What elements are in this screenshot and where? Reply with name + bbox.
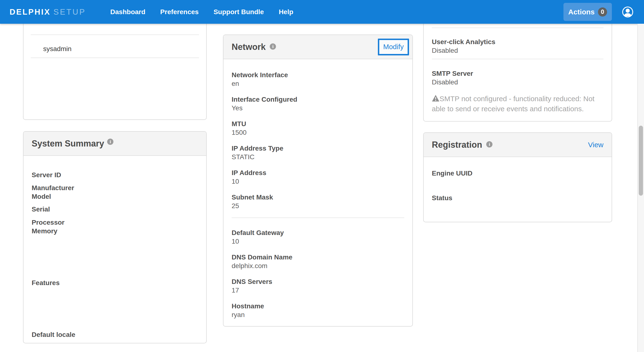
memory-label: Memory bbox=[32, 227, 198, 236]
network-field: Subnet Mask 25 bbox=[232, 193, 404, 210]
divider bbox=[432, 28, 604, 28]
network-field: DNS Domain Name delphix.com bbox=[232, 253, 404, 270]
field-label: IP Address Type bbox=[232, 144, 404, 153]
field-value: 10 bbox=[232, 237, 404, 246]
smtp-server-field: SMTP Server Disabled bbox=[432, 69, 604, 86]
registration-header: Registration i View bbox=[424, 133, 612, 157]
user-avatar-icon[interactable] bbox=[622, 6, 634, 18]
info-icon[interactable]: i bbox=[107, 138, 114, 145]
field-value: 17 bbox=[232, 286, 404, 295]
divider bbox=[31, 58, 199, 58]
smtp-warning-text: SMTP not configured - functionality redu… bbox=[432, 95, 594, 113]
actions-button[interactable]: Actions 0 bbox=[564, 3, 612, 21]
network-field: Hostname ryan bbox=[232, 302, 404, 319]
smtp-warning: SMTP not configured - functionality redu… bbox=[432, 94, 604, 114]
field-label: DNS Domain Name bbox=[232, 253, 404, 262]
modify-button[interactable]: Modify bbox=[378, 38, 409, 56]
engine-uuid-label: Engine UUID bbox=[432, 169, 604, 178]
serial-label: Serial bbox=[32, 205, 198, 214]
field-label: DNS Servers bbox=[232, 278, 404, 286]
registration-card: Registration i View Engine UUID Status bbox=[423, 132, 612, 222]
network-fields-top: Network Interface en Interface Configure… bbox=[232, 71, 404, 210]
field-label: IP Address bbox=[232, 168, 404, 177]
divider bbox=[31, 34, 199, 35]
nav-link[interactable]: Help bbox=[279, 8, 294, 16]
nav-link[interactable]: Preferences bbox=[160, 8, 198, 16]
field-value: ryan bbox=[232, 310, 404, 319]
model-label: Model bbox=[32, 192, 198, 201]
nav-links: Dashboard Preferences Support Bundle Hel… bbox=[96, 8, 293, 16]
field-value: STATIC bbox=[232, 153, 404, 161]
top-navbar: DELPHIX SETUP Dashboard Preferences Supp… bbox=[0, 0, 644, 24]
field-value: delphix.com bbox=[232, 262, 404, 270]
system-summary-card: System Summary i Server ID Manufacturer … bbox=[23, 131, 207, 343]
nav-link[interactable]: Dashboard bbox=[110, 8, 145, 16]
field-value: en bbox=[232, 79, 404, 88]
network-header: Network i Modify bbox=[224, 35, 412, 59]
network-field: Default Gateway 10 bbox=[232, 228, 404, 246]
field-label: Default Gateway bbox=[232, 228, 404, 237]
registration-title-wrap: Registration i bbox=[432, 140, 492, 150]
info-icon[interactable]: i bbox=[270, 44, 276, 50]
field-label: Network Interface bbox=[232, 71, 404, 79]
network-field: Interface Configured Yes bbox=[232, 95, 404, 112]
status-card: User-click Analytics Disabled SMTP Serve… bbox=[423, 14, 612, 122]
field-label: Hostname bbox=[232, 302, 404, 310]
scrollbar-track bbox=[637, 24, 644, 352]
processor-label: Processor bbox=[32, 218, 198, 227]
actions-count-badge: 0 bbox=[598, 8, 607, 16]
registration-title: Registration bbox=[432, 140, 482, 150]
info-icon[interactable]: i bbox=[486, 141, 492, 148]
warning-triangle-icon bbox=[432, 94, 440, 101]
network-card: Network i Modify Network Interface en In… bbox=[223, 34, 413, 326]
features-label: Features bbox=[32, 279, 198, 287]
network-title: Network bbox=[232, 42, 266, 52]
field-label: MTU bbox=[232, 120, 404, 128]
divider bbox=[432, 59, 604, 59]
network-field: Network Interface en bbox=[232, 71, 404, 88]
network-field: DNS Servers 17 bbox=[232, 278, 404, 295]
user-click-analytics-value: Disabled bbox=[432, 46, 604, 55]
registration-body: Engine UUID Status bbox=[424, 157, 612, 202]
field-value: 1500 bbox=[232, 128, 404, 137]
field-value: Yes bbox=[232, 104, 404, 112]
status-label: Status bbox=[432, 194, 604, 202]
smtp-server-value: Disabled bbox=[432, 78, 604, 86]
field-label: Subnet Mask bbox=[232, 193, 404, 202]
network-fields-bottom: Default Gateway 10 DNS Domain Name delph… bbox=[232, 228, 404, 319]
nav-right: Actions 0 bbox=[564, 3, 634, 21]
brand-name: DELPHIX bbox=[10, 8, 50, 16]
network-field: IP Address 10 bbox=[232, 168, 404, 186]
registration-view-link[interactable]: View bbox=[588, 141, 604, 149]
system-summary-body: Server ID Manufacturer Model Serial Proc… bbox=[24, 156, 206, 339]
network-field: IP Address Type STATIC bbox=[232, 144, 404, 161]
field-label: Interface Configured bbox=[232, 95, 404, 104]
session-card: sysadmin bbox=[23, 14, 207, 120]
server-id-label: Server ID bbox=[32, 171, 198, 179]
default-locale-label: Default locale bbox=[32, 330, 198, 339]
network-title-wrap: Network i bbox=[232, 42, 276, 52]
delphix-setup-logo: DELPHIX SETUP bbox=[10, 8, 86, 16]
divider bbox=[232, 218, 404, 218]
smtp-server-label: SMTP Server bbox=[432, 69, 604, 78]
field-value: 10 bbox=[232, 177, 404, 186]
network-field: MTU 1500 bbox=[232, 120, 404, 137]
field-value: 25 bbox=[232, 202, 404, 210]
user-click-analytics-field: User-click Analytics Disabled bbox=[432, 38, 604, 55]
system-summary-title: System Summary bbox=[32, 138, 104, 149]
network-body: Network Interface en Interface Configure… bbox=[224, 59, 412, 319]
manufacturer-label: Manufacturer bbox=[32, 184, 198, 192]
scrollbar-thumb[interactable] bbox=[639, 126, 643, 196]
system-summary-header: System Summary i bbox=[24, 132, 206, 156]
nav-link[interactable]: Support Bundle bbox=[214, 8, 264, 16]
session-user: sysadmin bbox=[31, 44, 199, 53]
user-click-analytics-label: User-click Analytics bbox=[432, 38, 604, 46]
brand-suffix: SETUP bbox=[54, 8, 86, 16]
actions-button-label: Actions bbox=[568, 8, 594, 16]
